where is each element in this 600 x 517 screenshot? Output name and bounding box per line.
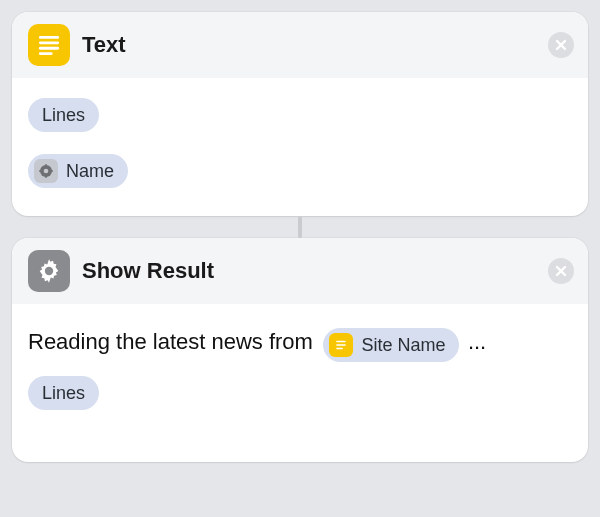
token-lines[interactable]: Lines [28,376,99,410]
close-button[interactable] [548,258,574,284]
svg-rect-8 [45,164,46,166]
token-label: Lines [42,383,85,404]
result-text-prefix: Reading the latest news from [28,329,313,354]
token-label: Name [66,161,114,182]
action-card-show-result: Show Result Reading the latest news from [12,238,588,462]
token-name[interactable]: Name [28,154,128,188]
token-site-name[interactable]: Site Name [323,328,459,362]
close-icon [554,38,568,52]
token-label: Lines [42,105,85,126]
svg-point-12 [45,267,53,275]
gear-icon [28,250,70,292]
svg-point-7 [44,169,49,174]
svg-rect-10 [39,170,41,171]
token-label: Site Name [361,335,445,356]
gear-chip-icon [34,159,58,183]
card-header: Text [12,12,588,78]
card-title: Text [82,32,126,58]
connector-line [298,216,302,238]
svg-rect-9 [45,176,46,178]
text-chip-icon [329,333,353,357]
result-text-ellipsis: ... [468,329,486,354]
card-body[interactable]: Reading the latest news from Site Name .… [12,304,588,462]
workflow-canvas: Text Lines [0,0,600,517]
action-card-text: Text Lines [12,12,588,216]
svg-rect-11 [51,170,53,171]
card-header: Show Result [12,238,588,304]
token-lines[interactable]: Lines [28,98,99,132]
close-button[interactable] [548,32,574,58]
card-title: Show Result [82,258,214,284]
text-lines-icon [28,24,70,66]
close-icon [554,264,568,278]
card-body[interactable]: Lines [12,78,588,216]
